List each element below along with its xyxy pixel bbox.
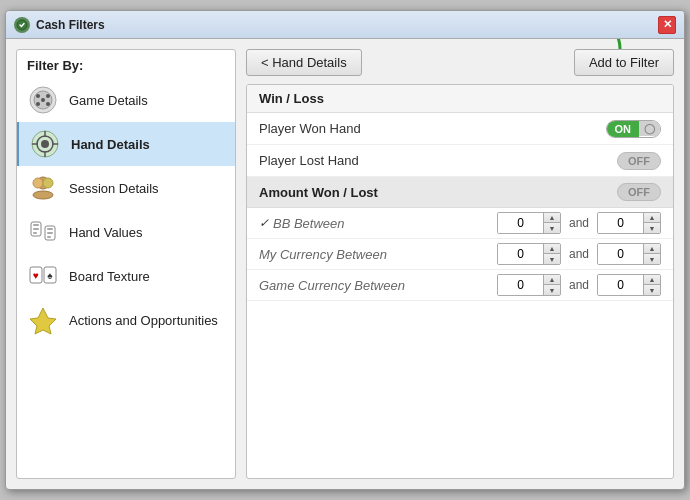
svg-rect-25 (47, 232, 53, 234)
sidebar-item-hand-values[interactable]: Hand Values (17, 210, 235, 254)
svg-rect-22 (33, 232, 37, 234)
my-spin2-up[interactable]: ▲ (644, 244, 660, 254)
close-button[interactable]: ✕ (658, 16, 676, 34)
my-spin1-up[interactable]: ▲ (544, 244, 560, 254)
bb-spin2: ▲ ▼ (643, 213, 660, 233)
sidebar-label-hand-details: Hand Details (71, 137, 150, 152)
top-bar: < Hand Details Add to Filter (246, 49, 674, 76)
session-details-icon (27, 172, 59, 204)
window-body: Filter By: Game Details (6, 39, 684, 489)
bb-between-label: BB Between (273, 216, 345, 231)
top-bar-wrapper: < Hand Details Add to Filter (246, 49, 674, 76)
my-currency-label: My Currency Between (259, 247, 497, 262)
game-spin2: ▲ ▼ (643, 275, 660, 295)
bb-spin1-up[interactable]: ▲ (544, 213, 560, 223)
bb-label: ✓ BB Between (259, 216, 497, 231)
bb-checkmark: ✓ (259, 216, 269, 230)
sidebar-label-hand-values: Hand Values (69, 225, 142, 240)
bb-input2-wrap: ▲ ▼ (597, 212, 661, 234)
svg-rect-24 (47, 228, 53, 230)
title-bar-left: Cash Filters (14, 17, 105, 33)
svg-point-3 (36, 94, 40, 98)
player-lost-row: Player Lost Hand OFF (247, 145, 673, 177)
svg-marker-31 (30, 308, 56, 334)
game-spin2-down[interactable]: ▼ (644, 285, 660, 295)
sidebar-label-session-details: Session Details (69, 181, 159, 196)
amount-header: Amount Won / Lost OFF (247, 177, 673, 208)
my-and-text: and (569, 247, 589, 261)
main-window: Cash Filters ✕ Filter By: (5, 10, 685, 490)
actions-opportunities-icon (27, 304, 59, 336)
sidebar-item-session-details[interactable]: Session Details (17, 166, 235, 210)
my-currency-row: My Currency Between ▲ ▼ and (247, 239, 673, 270)
bb-and-text: and (569, 216, 589, 230)
window-title: Cash Filters (36, 18, 105, 32)
game-spin1-up[interactable]: ▲ (544, 275, 560, 285)
bb-input1-wrap: ▲ ▼ (497, 212, 561, 234)
game-spin2-up[interactable]: ▲ (644, 275, 660, 285)
game-spin1-down[interactable]: ▼ (544, 285, 560, 295)
sidebar-label-board-texture: Board Texture (69, 269, 150, 284)
hand-values-icon (27, 216, 59, 248)
svg-point-5 (36, 102, 40, 106)
filter-by-label: Filter By: (17, 50, 235, 78)
game-currency-row: Game Currency Between ▲ ▼ and (247, 270, 673, 301)
bb-input1[interactable] (498, 213, 543, 233)
amount-header-label: Amount Won / Lost (259, 185, 378, 200)
player-lost-toggle[interactable]: OFF (617, 152, 661, 170)
game-currency-num-group: ▲ ▼ and ▲ ▼ (497, 274, 661, 296)
svg-point-7 (41, 98, 45, 102)
my-input2[interactable] (598, 244, 643, 264)
game-spin1: ▲ ▼ (543, 275, 560, 295)
main-content: < Hand Details Add to Filter (246, 49, 674, 479)
bb-between-row: ✓ BB Between ▲ ▼ and (247, 208, 673, 239)
sidebar-label-actions-opportunities: Actions and Opportunities (69, 313, 218, 328)
window-icon (14, 17, 30, 33)
player-won-label: Player Won Hand (259, 121, 606, 136)
sidebar-item-game-details[interactable]: Game Details (17, 78, 235, 122)
game-and-text: and (569, 278, 589, 292)
bb-spin1-down[interactable]: ▼ (544, 223, 560, 233)
game-input2[interactable] (598, 275, 643, 295)
content-panel: Win / Loss Player Won Hand ON ◯ Player L… (246, 84, 674, 479)
title-bar: Cash Filters ✕ (6, 11, 684, 39)
add-filter-button[interactable]: Add to Filter (574, 49, 674, 76)
bb-input2[interactable] (598, 213, 643, 233)
toggle-circle: ◯ (639, 121, 660, 136)
sidebar-item-hand-details[interactable]: Hand Details (17, 122, 235, 166)
hand-details-icon (29, 128, 61, 160)
my-spin2-down[interactable]: ▼ (644, 254, 660, 264)
bb-num-group: ▲ ▼ and ▲ ▼ (497, 212, 661, 234)
my-currency-num-group: ▲ ▼ and ▲ ▼ (497, 243, 661, 265)
sidebar: Filter By: Game Details (16, 49, 236, 479)
bb-spin2-down[interactable]: ▼ (644, 223, 660, 233)
my-input1-wrap: ▲ ▼ (497, 243, 561, 265)
win-loss-header: Win / Loss (247, 85, 673, 113)
svg-text:♠: ♠ (47, 270, 53, 281)
amount-toggle[interactable]: OFF (617, 183, 661, 201)
game-input1-wrap: ▲ ▼ (497, 274, 561, 296)
svg-text:♥: ♥ (33, 270, 39, 281)
toggle-on-label: ON (607, 121, 640, 137)
player-lost-label: Player Lost Hand (259, 153, 617, 168)
sidebar-label-game-details: Game Details (69, 93, 148, 108)
svg-point-17 (43, 178, 53, 188)
svg-point-6 (46, 102, 50, 106)
my-spin2: ▲ ▼ (643, 244, 660, 264)
svg-point-16 (33, 178, 43, 188)
game-input1[interactable] (498, 275, 543, 295)
sidebar-item-board-texture[interactable]: ♥ ♠ Board Texture (17, 254, 235, 298)
my-spin1-down[interactable]: ▼ (544, 254, 560, 264)
back-button[interactable]: < Hand Details (246, 49, 362, 76)
game-currency-label: Game Currency Between (259, 278, 497, 293)
my-spin1: ▲ ▼ (543, 244, 560, 264)
bb-spin2-up[interactable]: ▲ (644, 213, 660, 223)
svg-point-18 (33, 191, 53, 199)
game-details-icon (27, 84, 59, 116)
player-won-row: Player Won Hand ON ◯ (247, 113, 673, 145)
sidebar-item-actions-opportunities[interactable]: Actions and Opportunities (17, 298, 235, 342)
my-input1[interactable] (498, 244, 543, 264)
player-won-toggle[interactable]: ON ◯ (606, 120, 662, 138)
svg-rect-26 (47, 236, 51, 238)
bb-spin1: ▲ ▼ (543, 213, 560, 233)
